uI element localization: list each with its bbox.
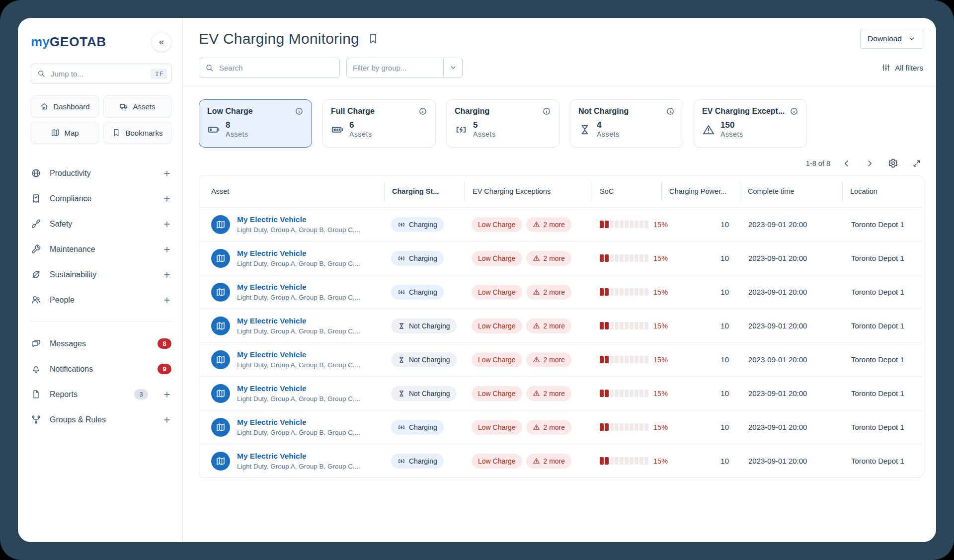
- exception-chip[interactable]: Low Charge: [472, 217, 522, 232]
- column-header-charging-power[interactable]: Charging Power...: [661, 175, 740, 207]
- column-header-asset[interactable]: Asset: [199, 175, 384, 207]
- exception-more-chip[interactable]: 2 more: [526, 386, 572, 401]
- map-icon: [216, 355, 226, 365]
- exception-more-chip[interactable]: 2 more: [526, 319, 572, 333]
- exception-chip[interactable]: Low Charge: [472, 319, 522, 333]
- sidebar-quick-map[interactable]: Map: [31, 122, 99, 144]
- table-row[interactable]: My Electric VehicleLight Duty, Group A, …: [199, 275, 923, 309]
- column-header-ev-charging-exceptions[interactable]: EV Charging Exceptions: [465, 175, 592, 207]
- exception-more-chip[interactable]: 2 more: [526, 454, 572, 469]
- info-icon[interactable]: [295, 107, 304, 116]
- search-input[interactable]: [218, 63, 333, 73]
- add-icon[interactable]: [162, 194, 171, 203]
- sidebar-item-maintenance[interactable]: Maintenance: [31, 237, 171, 262]
- table-row[interactable]: My Electric VehicleLight Duty, Group A, …: [199, 444, 923, 478]
- sidebar-item-groups-rules[interactable]: Groups & Rules: [31, 407, 171, 432]
- card-title: Not Charging: [578, 107, 629, 116]
- jump-to-input[interactable]: [50, 69, 146, 79]
- table-search[interactable]: [199, 58, 340, 78]
- next-page-button[interactable]: [865, 159, 874, 168]
- exception-more-chip[interactable]: 2 more: [526, 420, 572, 435]
- all-filters-button[interactable]: All filters: [881, 63, 923, 72]
- asset-name-link[interactable]: My Electric Vehicle: [237, 384, 360, 394]
- summary-card-charging[interactable]: Charging5Assets: [446, 99, 559, 148]
- exceptions-cell: Low Charge2 more: [465, 319, 592, 333]
- add-icon[interactable]: [162, 220, 171, 229]
- battery-segment: [644, 221, 648, 228]
- exception-chip[interactable]: Low Charge: [472, 454, 522, 469]
- exception-more-chip[interactable]: 2 more: [526, 352, 572, 367]
- summary-card-ev-charging-except[interactable]: EV Charging Except...150Assets: [694, 99, 807, 148]
- column-header-soc[interactable]: SoC: [592, 175, 661, 207]
- summary-card-low-charge[interactable]: Low Charge8Assets: [199, 99, 312, 148]
- info-icon[interactable]: [666, 107, 675, 116]
- asset-name-link[interactable]: My Electric Vehicle: [237, 215, 360, 225]
- info-icon[interactable]: [790, 107, 798, 116]
- sidebar-item-productivity[interactable]: Productivity: [31, 160, 171, 186]
- exception-chip[interactable]: Low Charge: [472, 386, 522, 401]
- download-button[interactable]: Download: [860, 29, 923, 49]
- asset-cell: My Electric VehicleLight Duty, Group A, …: [199, 215, 384, 234]
- previous-page-button[interactable]: [842, 159, 851, 168]
- sidebar-item-messages[interactable]: Messages8: [31, 331, 171, 356]
- complete-time-cell: 2023-09-01 20:00: [740, 389, 842, 398]
- sidebar-item-people[interactable]: People: [31, 287, 171, 313]
- add-icon[interactable]: [162, 245, 171, 254]
- asset-name-link[interactable]: My Electric Vehicle: [237, 283, 360, 292]
- exception-more-chip[interactable]: 2 more: [526, 251, 572, 266]
- add-icon[interactable]: [162, 296, 171, 305]
- add-icon[interactable]: [162, 270, 171, 279]
- bookmark-page-icon[interactable]: [367, 33, 379, 45]
- table-row[interactable]: My Electric VehicleLight Duty, Group A, …: [199, 376, 923, 410]
- add-icon[interactable]: [162, 415, 171, 424]
- sidebar-collapse-button[interactable]: «: [152, 32, 171, 52]
- table-row[interactable]: My Electric VehicleLight Duty, Group A, …: [199, 241, 923, 275]
- sidebar-quick-bookmarks[interactable]: Bookmarks: [103, 122, 171, 144]
- summary-card-not-charging[interactable]: Not Charging4Assets: [570, 99, 683, 148]
- column-header-charging-st[interactable]: Charging St...: [384, 175, 465, 207]
- jump-to-search[interactable]: ⇧F: [31, 64, 171, 83]
- sidebar-item-safety[interactable]: Safety: [31, 211, 171, 237]
- asset-name-link[interactable]: My Electric Vehicle: [237, 249, 360, 258]
- expand-table-button[interactable]: [912, 159, 921, 168]
- search-icon: [205, 64, 214, 72]
- sidebar-item-sustainability[interactable]: Sustainability: [31, 262, 171, 287]
- table-row[interactable]: My Electric VehicleLight Duty, Group A, …: [199, 410, 923, 444]
- map-icon: [216, 389, 226, 399]
- soc-cell: 15%: [592, 356, 661, 364]
- column-header-complete-time[interactable]: Complete time: [740, 175, 842, 207]
- exception-more-chip[interactable]: 2 more: [526, 285, 572, 300]
- asset-name-link[interactable]: My Electric Vehicle: [237, 418, 360, 427]
- group-filter-select[interactable]: Filter by group...: [346, 58, 463, 78]
- column-header-location[interactable]: Location: [842, 175, 923, 207]
- add-icon[interactable]: [162, 390, 171, 399]
- charging-status-chip: Charging: [391, 285, 444, 300]
- sidebar-quick-assets[interactable]: Assets: [103, 95, 171, 117]
- exception-more-chip[interactable]: 2 more: [526, 217, 572, 232]
- summary-card-full-charge[interactable]: Full Charge6Assets: [322, 99, 436, 148]
- info-icon[interactable]: [542, 107, 551, 116]
- exception-chip[interactable]: Low Charge: [472, 285, 522, 300]
- asset-name-link[interactable]: My Electric Vehicle: [237, 350, 360, 360]
- table-row[interactable]: My Electric VehicleLight Duty, Group A, …: [199, 207, 923, 241]
- column-header-label: Asset: [211, 187, 229, 195]
- exception-chip[interactable]: Low Charge: [472, 420, 522, 435]
- info-icon[interactable]: [418, 107, 427, 116]
- soc-cell: 15%: [592, 288, 661, 296]
- sidebar-quick-dashboard[interactable]: Dashboard: [31, 95, 99, 117]
- table-settings-button[interactable]: [888, 158, 898, 168]
- sidebar-item-notifications[interactable]: Notifications9: [31, 356, 171, 382]
- sidebar-item-compliance[interactable]: Compliance: [31, 186, 171, 211]
- add-icon[interactable]: [162, 169, 171, 178]
- asset-name-link[interactable]: My Electric Vehicle: [237, 452, 360, 461]
- battery-segment: [625, 457, 629, 465]
- asset-name-link[interactable]: My Electric Vehicle: [237, 317, 360, 326]
- table-row[interactable]: My Electric VehicleLight Duty, Group A, …: [199, 342, 923, 376]
- group-filter-caret[interactable]: [443, 58, 462, 77]
- sort-descending-icon[interactable]: [443, 187, 451, 195]
- sidebar-item-reports[interactable]: Reports3: [31, 382, 171, 407]
- exception-chip[interactable]: Low Charge: [472, 251, 522, 266]
- exception-chip[interactable]: Low Charge: [472, 352, 522, 367]
- table-row[interactable]: My Electric VehicleLight Duty, Group A, …: [199, 309, 923, 342]
- soc-cell: 15%: [592, 221, 661, 229]
